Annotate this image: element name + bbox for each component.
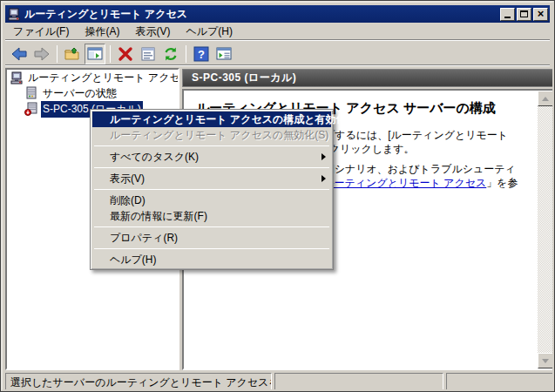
menu-item-help[interactable]: ヘルプ(H): [92, 252, 331, 267]
up-one-level-icon: [64, 45, 81, 63]
refresh-icon: [162, 45, 179, 63]
window-title: ルーティングとリモート アクセス: [24, 7, 500, 22]
menu-item-label: プロパティ(R): [110, 231, 178, 246]
menu-item-label: ヘルプ(H): [110, 253, 157, 267]
menu-item-refresh[interactable]: 最新の情報に更新(F): [92, 208, 331, 224]
menu-item-label: 削除(D): [110, 193, 146, 208]
result-pane-header: S-PC-305 (ローカル): [182, 69, 555, 87]
toolbar-separator: [57, 45, 58, 63]
properties-icon: [139, 45, 157, 63]
rras-help-link[interactable]: ルーティングとリモート アクセス: [323, 177, 486, 189]
menu-separator: [94, 226, 329, 227]
maximize-button[interactable]: [517, 8, 531, 21]
menu-separator: [94, 189, 329, 190]
up-one-level-button[interactable]: [62, 44, 83, 64]
menu-item-delete[interactable]: 削除(D): [92, 193, 331, 208]
scroll-down-button[interactable]: [538, 353, 553, 368]
rras-root-icon: [10, 71, 24, 84]
status-pane-2: [274, 373, 443, 390]
show-hide-console-tree-button[interactable]: [85, 44, 105, 64]
delete-button[interactable]: [115, 44, 136, 64]
help-button[interactable]: ?: [191, 44, 212, 64]
help-icon: ?: [193, 45, 210, 63]
menu-separator: [94, 248, 329, 249]
back-button[interactable]: [9, 44, 30, 64]
app-icon: [7, 7, 21, 21]
svg-text:?: ?: [198, 48, 205, 61]
menu-file[interactable]: ファイル(F): [5, 23, 77, 41]
status-message: 選択したサーバーのルーティングとリモート アクセスを構成します。: [5, 373, 272, 390]
menu-item-configure-and-enable-rras[interactable]: ルーティングとリモート アクセスの構成と有効化(C): [92, 112, 331, 127]
server-status-icon: [24, 86, 38, 100]
vertical-scrollbar[interactable]: [538, 91, 553, 368]
app-window: ルーティングとリモート アクセス × ファイル(F) 操作(A) 表示(V) ヘ…: [0, 0, 555, 392]
scroll-down-icon: [542, 359, 549, 363]
maximize-icon: [520, 10, 528, 17]
minimize-icon: [504, 17, 511, 18]
refresh-button[interactable]: [160, 44, 181, 64]
submenu-arrow-icon: [321, 175, 326, 182]
menu-view[interactable]: 表示(V): [127, 23, 178, 41]
menu-item-disable-rras: ルーティングとリモート アクセスの無効化(S): [92, 127, 331, 143]
menu-item-view[interactable]: 表示(V): [92, 171, 331, 186]
status-bar: 選択したサーバーのルーティングとリモート アクセスを構成します。: [5, 372, 550, 391]
menu-item-properties[interactable]: プロパティ(R): [92, 230, 331, 246]
menu-item-label: 最新の情報に更新(F): [110, 209, 207, 224]
action-pane-button[interactable]: [213, 44, 234, 64]
toolbar: ?: [5, 42, 550, 66]
delete-icon: [117, 45, 134, 63]
status-pane-3: [446, 373, 555, 390]
tree-item-server-status[interactable]: サーバーの状態: [7, 85, 178, 101]
tree-item-label: サーバーの状態: [41, 85, 118, 102]
menu-separator: [94, 167, 329, 168]
context-menu: ルーティングとリモート アクセスの構成と有効化(C) ルーティングとリモート ア…: [90, 109, 334, 270]
toolbar-separator: [110, 45, 111, 63]
menu-help[interactable]: ヘルプ(H): [178, 23, 240, 41]
back-icon: [10, 45, 28, 63]
scroll-up-icon: [542, 97, 549, 101]
forward-icon: [33, 45, 51, 63]
title-bar[interactable]: ルーティングとリモート アクセス ×: [5, 5, 550, 23]
menu-item-label: 表示(V): [110, 172, 145, 186]
forward-button[interactable]: [31, 44, 52, 64]
menu-action[interactable]: 操作(A): [77, 23, 127, 41]
menu-item-all-tasks[interactable]: すべてのタスク(K): [92, 149, 331, 165]
close-icon: ×: [538, 8, 545, 19]
server-stopped-icon: [24, 102, 38, 116]
toolbar-separator: [186, 45, 186, 63]
action-pane-icon: [215, 45, 233, 63]
tree-item-rras-root[interactable]: ルーティングとリモート アクセス: [7, 70, 178, 85]
menu-item-label: ルーティングとリモート アクセスの構成と有効化(C): [110, 112, 361, 127]
minimize-button[interactable]: [500, 8, 515, 21]
console-tree-icon: [86, 45, 104, 63]
menu-separator: [94, 145, 329, 146]
result-pane-header-label: S-PC-305 (ローカル): [192, 71, 296, 85]
tree-item-label: ルーティングとリモート アクセス: [26, 70, 179, 86]
submenu-arrow-icon: [321, 153, 326, 160]
close-button[interactable]: ×: [533, 8, 548, 21]
menu-item-label: すべてのタスク(K): [110, 150, 199, 165]
scroll-up-button[interactable]: [538, 91, 553, 106]
menu-bar: ファイル(F) 操作(A) 表示(V) ヘルプ(H): [5, 23, 550, 41]
menu-item-label: ルーティングとリモート アクセスの無効化(S): [110, 128, 328, 143]
properties-button[interactable]: [138, 44, 159, 64]
